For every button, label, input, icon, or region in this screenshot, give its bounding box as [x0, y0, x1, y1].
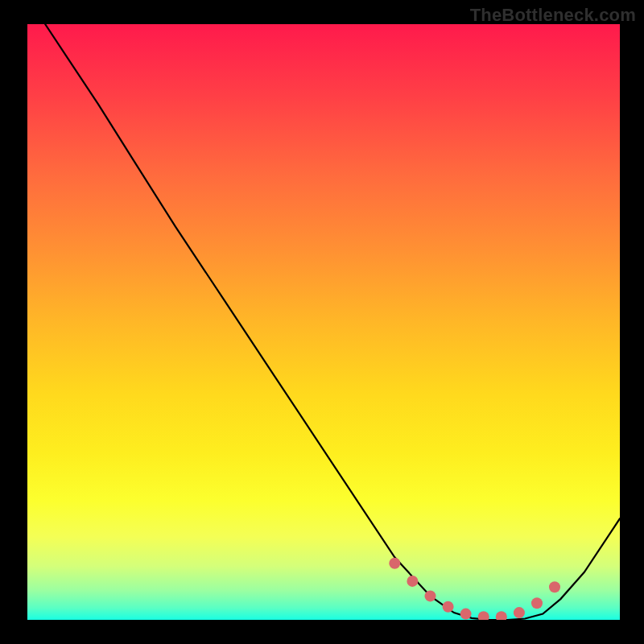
highlight-dot	[478, 611, 489, 620]
highlight-dot	[496, 611, 507, 620]
highlight-dot	[407, 576, 418, 587]
highlight-dot	[389, 558, 400, 569]
highlight-dot	[514, 607, 525, 618]
bottleneck-curve	[45, 24, 620, 620]
highlight-dot	[549, 581, 560, 592]
highlight-dot	[443, 601, 454, 613]
plot-area	[27, 24, 620, 620]
chart-svg	[27, 24, 620, 620]
highlight-dot	[425, 590, 436, 601]
highlight-dots	[389, 558, 560, 620]
highlight-dot	[460, 609, 472, 620]
watermark-text: TheBottleneck.com	[470, 5, 636, 26]
highlight-dot	[531, 597, 543, 609]
